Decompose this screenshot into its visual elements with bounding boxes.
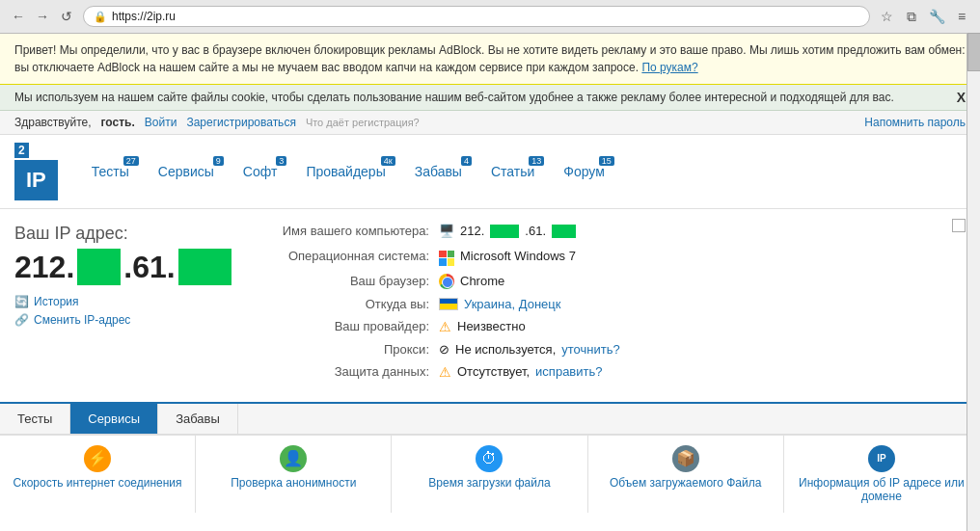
detail-row-proxy: Прокси: ⊘ Не используется, уточнить? <box>256 342 966 357</box>
tab-fun[interactable]: Забавы <box>158 404 238 434</box>
os-value: Microsoft Windows 7 <box>439 246 576 266</box>
protection-label: Защита данных: <box>256 364 429 379</box>
what-gives-link[interactable]: Что даёт регистрация? <box>306 117 420 128</box>
menu-button[interactable]: ≡ <box>951 6 972 27</box>
nav-item-soft[interactable]: 3 Софт <box>229 164 292 179</box>
ip-part2: .61. <box>123 250 175 285</box>
ip-address: 212. .61. <box>14 249 236 285</box>
detail-checkbox[interactable] <box>952 219 966 232</box>
service-item-volume: 📦 Объем загружаемого Файла <box>588 436 784 513</box>
ip-section: Ваш IP адрес: 212. .61. 🔄 История 🔗 Смен… <box>14 224 236 387</box>
speed-link[interactable]: Скорость интернет соединения <box>14 476 182 490</box>
nav-item-fun[interactable]: 4 Забавы <box>400 164 476 179</box>
nav-item-tests[interactable]: 27 Тесты <box>77 164 144 179</box>
detail-row-browser: Ваш браузер: Chrome <box>256 274 966 289</box>
ip-part1: 212. <box>14 250 74 285</box>
provider-text: Неизвестно <box>457 319 526 333</box>
change-icon: 🔗 <box>14 313 29 327</box>
bookmark-button[interactable]: ☆ <box>876 6 897 27</box>
tab-services[interactable]: Сервисы <box>70 404 158 434</box>
proxy-label: Прокси: <box>256 342 429 357</box>
location-value: Украина, Донецк <box>439 297 560 311</box>
adblock-link[interactable]: По рукам? <box>641 61 697 74</box>
time-icon: ⏱ <box>476 445 503 472</box>
forward-button[interactable]: → <box>32 6 53 27</box>
browser-label: Ваш браузер: <box>256 274 429 288</box>
lock-icon: 🔒 <box>94 11 107 23</box>
adblock-text: Привет! Мы определили, что у вас в брауз… <box>14 43 966 74</box>
copy-button[interactable]: ⧉ <box>901 6 922 27</box>
warning-icon: ⚠ <box>439 319 451 334</box>
auth-greeting: Здравствуйте, <box>14 116 92 129</box>
remind-password-link[interactable]: Напомнить пароль <box>864 116 966 129</box>
ip-block2 <box>178 249 231 285</box>
volume-link[interactable]: Объем загружаемого Файла <box>610 476 761 490</box>
provider-label: Ваш провайдер: <box>256 319 429 333</box>
auth-bar: Здравствуйте, гость. Войти Зарегистриров… <box>0 111 980 135</box>
windows-icon <box>439 246 454 266</box>
url-text: https://2ip.ru <box>112 10 176 23</box>
time-link[interactable]: Время загрузки файла <box>428 476 550 490</box>
nav-item-providers[interactable]: 4к Провайдеры <box>291 164 399 179</box>
logo-number: 2 <box>14 143 29 158</box>
hostname-block1 <box>490 225 519 238</box>
location-link[interactable]: Украина, Донецк <box>464 297 560 311</box>
nav-link-fun[interactable]: Забавы <box>415 164 462 179</box>
proxy-clarify-link[interactable]: уточнить? <box>561 342 619 357</box>
bottom-tabs: Тесты Сервисы Забавы <box>0 402 980 435</box>
location-label: Откуда вы: <box>256 297 429 311</box>
logo: 2 IP <box>14 143 58 200</box>
tab-tests[interactable]: Тесты <box>0 404 70 434</box>
cookie-notice: Мы используем на нашем сайте файлы cooki… <box>0 85 980 111</box>
nav-badge-fun: 4 <box>461 156 472 166</box>
service-links: ⚡ Скорость интернет соединения 👤 Проверк… <box>0 435 980 513</box>
nav-link-soft[interactable]: Софт <box>243 164 278 179</box>
detail-row-location: Откуда вы: Украина, Донецк <box>256 297 966 311</box>
ip-history-link[interactable]: 🔄 История <box>14 295 236 308</box>
login-link[interactable]: Войти <box>145 116 177 129</box>
nav-badge-tests: 27 <box>123 156 139 166</box>
protection-fix-link[interactable]: исправить? <box>535 364 602 379</box>
anon-link[interactable]: Проверка анонимности <box>231 476 356 490</box>
proxy-value: ⊘ Не используется, уточнить? <box>439 342 620 357</box>
scrollbar[interactable] <box>966 33 980 531</box>
ip-details: Имя вашего компьютера: 🖥️ 212. .61. Опер… <box>256 224 966 387</box>
service-item-anon: 👤 Проверка анонимности <box>196 436 392 513</box>
site-nav: 2 IP 27 Тесты 9 Сервисы 3 Софт 4к <box>0 135 980 209</box>
protection-text: Отсутствует, <box>457 364 530 379</box>
page-content: Привет! Мы определили, что у вас в брауз… <box>0 34 980 531</box>
nav-item-forum[interactable]: 15 Форум <box>549 164 619 179</box>
address-bar[interactable]: 🔒 https://2ip.ru <box>83 6 870 27</box>
service-item-time: ⏱ Время загрузки файла <box>392 436 587 513</box>
hostname-text: 212. <box>460 224 484 238</box>
nav-link-articles[interactable]: Статьи <box>491 164 534 179</box>
hostname-label: Имя вашего компьютера: <box>256 224 429 238</box>
proxy-text: Не используется, <box>455 342 556 357</box>
cookie-close-button[interactable]: X <box>957 90 966 105</box>
detail-row-os: Операционная система: Microsoft Windows … <box>256 246 966 266</box>
scrollbar-thumb[interactable] <box>967 33 980 71</box>
proxy-icon: ⊘ <box>439 342 449 357</box>
register-link[interactable]: Зарегистрироваться <box>186 116 295 129</box>
refresh-button[interactable]: ↺ <box>56 6 77 27</box>
auth-username: гость. <box>101 116 135 129</box>
ipinfo-link[interactable]: Информация об IP адресе или домене <box>794 476 969 503</box>
speed-icon: ⚡ <box>84 445 111 472</box>
logo-text: IP <box>14 160 58 200</box>
nav-link-forum[interactable]: Форум <box>563 164 605 179</box>
ip-change-link[interactable]: 🔗 Сменить IP-адрес <box>14 313 236 327</box>
nav-item-services[interactable]: 9 Сервисы <box>144 164 229 179</box>
nav-link-providers[interactable]: Провайдеры <box>306 164 385 179</box>
adblock-banner: Привет! Мы определили, что у вас в брауз… <box>0 34 980 85</box>
hostname-value: 🖥️ 212. .61. <box>439 224 576 238</box>
nav-badge-soft: 3 <box>276 156 286 166</box>
nav-item-articles[interactable]: 13 Статьи <box>476 164 549 179</box>
nav-link-tests[interactable]: Тесты <box>92 164 129 179</box>
nav-links: 27 Тесты 9 Сервисы 3 Софт 4к Провайдеры … <box>77 164 619 179</box>
cookie-text: Мы используем на нашем сайте файлы cooki… <box>14 91 894 104</box>
extension-button[interactable]: 🔧 <box>926 6 947 27</box>
nav-link-services[interactable]: Сервисы <box>158 164 214 179</box>
os-text: Microsoft Windows 7 <box>460 249 576 263</box>
back-button[interactable]: ← <box>8 6 29 27</box>
os-label: Операционная система: <box>256 249 429 263</box>
